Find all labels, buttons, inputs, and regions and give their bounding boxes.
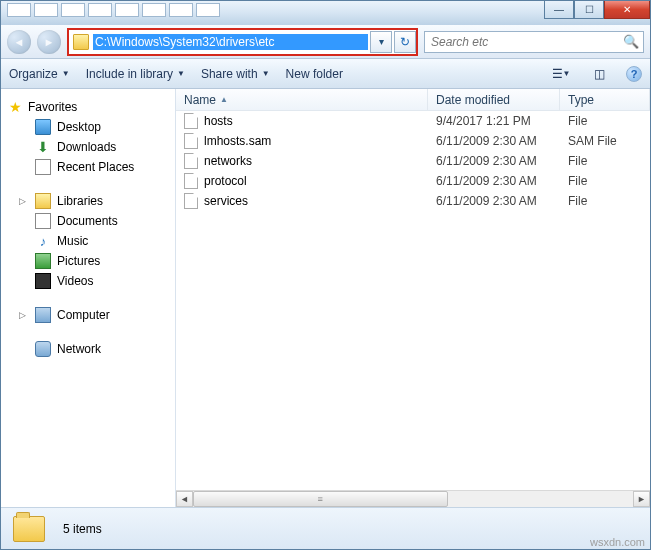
folder-icon xyxy=(13,516,45,542)
sidebar-item-label: Pictures xyxy=(57,254,100,268)
column-header-date[interactable]: Date modified xyxy=(428,89,560,110)
sidebar-item-label: Recent Places xyxy=(57,160,134,174)
sidebar-item-documents[interactable]: Documents xyxy=(1,211,175,231)
search-box[interactable]: 🔍 xyxy=(424,31,644,53)
file-type: SAM File xyxy=(560,134,650,148)
file-name: protocol xyxy=(204,174,247,188)
computer-label: Computer xyxy=(57,308,110,322)
computer-icon xyxy=(35,307,51,323)
star-icon: ★ xyxy=(9,99,22,115)
minimize-button[interactable]: — xyxy=(544,1,574,19)
file-icon xyxy=(184,153,198,169)
address-input[interactable] xyxy=(93,34,368,50)
scroll-thumb[interactable]: ≡ xyxy=(193,491,448,507)
navbar: ◄ ► ▾ ↻ 🔍 xyxy=(1,25,650,59)
close-button[interactable]: ✕ xyxy=(604,1,650,19)
maximize-button[interactable]: ☐ xyxy=(574,1,604,19)
network-header[interactable]: ▷ Network xyxy=(1,339,175,359)
new-folder-button[interactable]: New folder xyxy=(286,67,343,81)
address-bar: ▾ ↻ xyxy=(67,28,418,56)
scroll-right-button[interactable]: ► xyxy=(633,491,650,507)
chevron-down-icon: ▼ xyxy=(62,69,70,78)
sidebar-item-desktop[interactable]: Desktop xyxy=(1,117,175,137)
organize-menu[interactable]: Organize ▼ xyxy=(9,67,70,81)
file-type: File xyxy=(560,194,650,208)
computer-group: ▷ Computer xyxy=(1,305,175,325)
column-label: Type xyxy=(568,93,594,107)
sidebar-item-label: Downloads xyxy=(57,140,116,154)
sidebar-item-music[interactable]: ♪ Music xyxy=(1,231,175,251)
horizontal-scrollbar[interactable]: ◄ ≡ ► xyxy=(176,490,650,507)
titlebar-thumb xyxy=(142,3,166,17)
file-date: 6/11/2009 2:30 AM xyxy=(428,154,560,168)
file-icon xyxy=(184,133,198,149)
file-date: 9/4/2017 1:21 PM xyxy=(428,114,560,128)
documents-icon xyxy=(35,213,51,229)
downloads-icon: ⬇ xyxy=(35,139,51,155)
file-name: networks xyxy=(204,154,252,168)
sidebar-item-recent-places[interactable]: Recent Places xyxy=(1,157,175,177)
favorites-group: ★ Favorites Desktop ⬇ Downloads Recent P… xyxy=(1,97,175,177)
computer-header[interactable]: ▷ Computer xyxy=(1,305,175,325)
expand-icon[interactable]: ▷ xyxy=(19,310,29,320)
include-in-library-menu[interactable]: Include in library ▼ xyxy=(86,67,185,81)
search-icon[interactable]: 🔍 xyxy=(623,34,639,49)
file-row[interactable]: services6/11/2009 2:30 AMFile xyxy=(176,191,650,211)
file-name: services xyxy=(204,194,248,208)
sidebar-item-videos[interactable]: Videos xyxy=(1,271,175,291)
file-type: File xyxy=(560,174,650,188)
videos-icon xyxy=(35,273,51,289)
sort-ascending-icon: ▲ xyxy=(220,95,228,104)
column-label: Date modified xyxy=(436,93,510,107)
favorites-label: Favorites xyxy=(28,100,77,114)
file-pane: Name ▲ Date modified Type hosts9/4/2017 … xyxy=(176,89,650,507)
address-dropdown[interactable]: ▾ xyxy=(370,31,392,53)
file-icon xyxy=(184,193,198,209)
organize-label: Organize xyxy=(9,67,58,81)
refresh-button[interactable]: ↻ xyxy=(394,31,416,53)
search-input[interactable] xyxy=(429,34,623,50)
watermark: wsxdn.com xyxy=(590,536,645,548)
sidebar-item-downloads[interactable]: ⬇ Downloads xyxy=(1,137,175,157)
network-label: Network xyxy=(57,342,101,356)
sidebar-item-label: Documents xyxy=(57,214,118,228)
titlebar: — ☐ ✕ xyxy=(1,1,650,25)
forward-button[interactable]: ► xyxy=(37,30,61,54)
column-header-name[interactable]: Name ▲ xyxy=(176,89,428,110)
titlebar-thumb xyxy=(7,3,31,17)
newfolder-label: New folder xyxy=(286,67,343,81)
libraries-header[interactable]: ▷ Libraries xyxy=(1,191,175,211)
desktop-icon xyxy=(35,119,51,135)
back-button[interactable]: ◄ xyxy=(7,30,31,54)
view-options-button[interactable]: ☰ ▼ xyxy=(550,64,572,84)
share-with-menu[interactable]: Share with ▼ xyxy=(201,67,270,81)
file-name: hosts xyxy=(204,114,233,128)
file-row[interactable]: networks6/11/2009 2:30 AMFile xyxy=(176,151,650,171)
file-date: 6/11/2009 2:30 AM xyxy=(428,194,560,208)
explorer-window: — ☐ ✕ ◄ ► ▾ ↻ 🔍 Organize ▼ Include in li… xyxy=(0,0,651,550)
file-name: lmhosts.sam xyxy=(204,134,271,148)
expand-icon[interactable]: ▷ xyxy=(19,196,29,206)
sidebar-item-pictures[interactable]: Pictures xyxy=(1,251,175,271)
file-date: 6/11/2009 2:30 AM xyxy=(428,174,560,188)
help-button[interactable]: ? xyxy=(626,66,642,82)
file-row[interactable]: hosts9/4/2017 1:21 PMFile xyxy=(176,111,650,131)
libraries-label: Libraries xyxy=(57,194,103,208)
file-row[interactable]: protocol6/11/2009 2:30 AMFile xyxy=(176,171,650,191)
favorites-header[interactable]: ★ Favorites xyxy=(1,97,175,117)
scroll-left-button[interactable]: ◄ xyxy=(176,491,193,507)
column-header-type[interactable]: Type xyxy=(560,89,650,110)
sidebar-item-label: Music xyxy=(57,234,88,248)
body: ★ Favorites Desktop ⬇ Downloads Recent P… xyxy=(1,89,650,507)
titlebar-thumbs xyxy=(7,1,220,17)
toolbar: Organize ▼ Include in library ▼ Share wi… xyxy=(1,59,650,89)
sidebar-item-label: Videos xyxy=(57,274,93,288)
include-label: Include in library xyxy=(86,67,173,81)
file-row[interactable]: lmhosts.sam6/11/2009 2:30 AMSAM File xyxy=(176,131,650,151)
titlebar-thumb xyxy=(196,3,220,17)
preview-pane-button[interactable]: ◫ xyxy=(588,64,610,84)
file-list[interactable]: hosts9/4/2017 1:21 PMFilelmhosts.sam6/11… xyxy=(176,111,650,490)
scroll-track[interactable]: ≡ xyxy=(193,491,633,507)
column-label: Name xyxy=(184,93,216,107)
sidebar-item-label: Desktop xyxy=(57,120,101,134)
